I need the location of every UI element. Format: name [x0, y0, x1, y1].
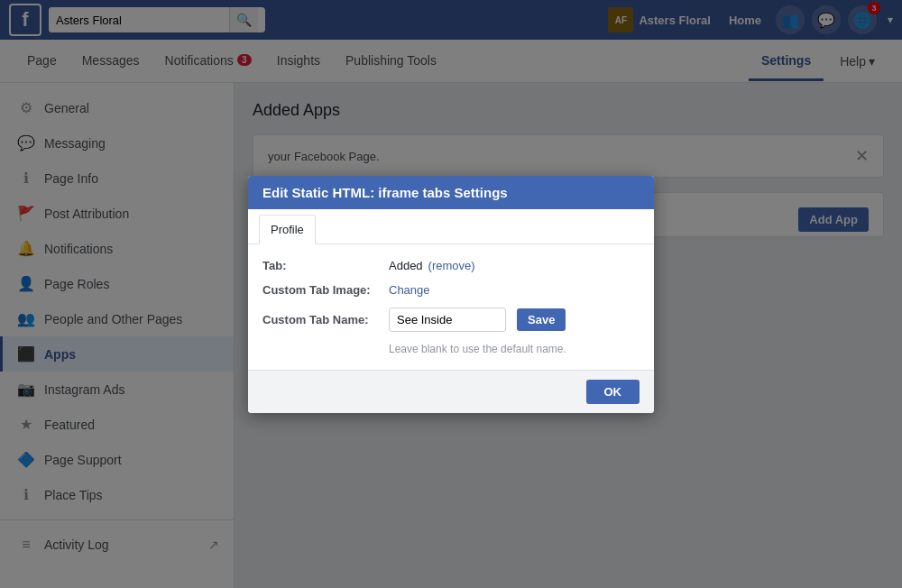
custom-tab-name-value: Save — [389, 308, 566, 332]
modal-footer: OK — [248, 370, 654, 413]
custom-tab-image-label: Custom Tab Image: — [262, 283, 389, 297]
tab-value-text: Added — [389, 259, 423, 272]
ok-button[interactable]: OK — [586, 380, 640, 404]
save-button[interactable]: Save — [517, 308, 566, 331]
custom-tab-name-label: Custom Tab Name: — [262, 313, 389, 326]
change-link[interactable]: Change — [389, 283, 430, 297]
tab-field-value: Added (remove) — [389, 259, 475, 272]
modal-header: Edit Static HTML: iframe tabs Settings — [248, 176, 654, 209]
modal-form: Tab: Added (remove) Custom Tab Image: Ch… — [248, 244, 654, 370]
modal-title: Edit Static HTML: iframe tabs Settings — [262, 185, 508, 200]
modal-tab-profile[interactable]: Profile — [259, 215, 316, 244]
custom-tab-image-value: Change — [389, 283, 430, 297]
remove-link[interactable]: (remove) — [428, 259, 475, 272]
modal-tabs: Profile — [248, 209, 654, 244]
form-row-custom-tab-name: Custom Tab Name: Save — [262, 308, 640, 332]
form-row-custom-tab-image: Custom Tab Image: Change — [262, 283, 640, 297]
modal-body: Profile Tab: Added (remove) Custom Tab I… — [248, 209, 654, 370]
modal-overlay: Edit Static HTML: iframe tabs Settings P… — [0, 0, 902, 588]
edit-static-html-modal: Edit Static HTML: iframe tabs Settings P… — [248, 176, 654, 413]
custom-tab-name-input[interactable] — [389, 308, 506, 332]
tab-field-label: Tab: — [262, 259, 389, 272]
custom-tab-name-hint: Leave blank to use the default name. — [389, 343, 640, 355]
form-row-tab: Tab: Added (remove) — [262, 259, 640, 272]
